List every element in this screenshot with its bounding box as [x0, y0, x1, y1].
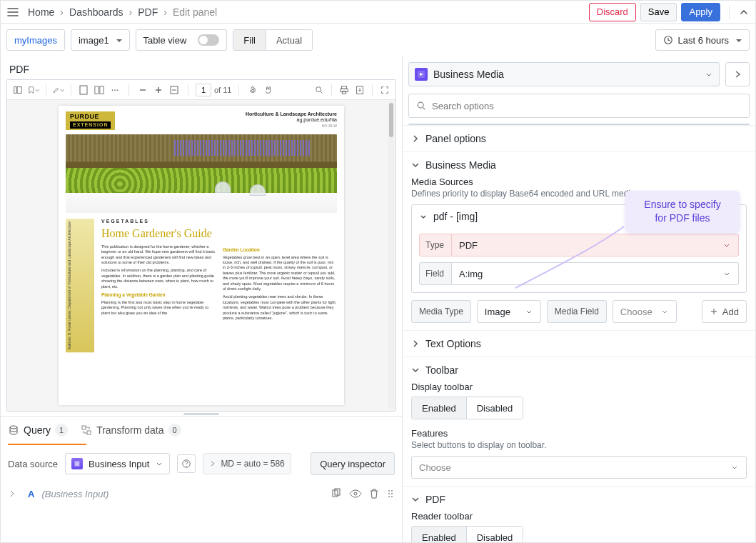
md-chip[interactable]: MD = auto = 586 [203, 453, 291, 474]
two-page-icon[interactable] [93, 84, 106, 96]
search-options-input[interactable] [408, 94, 750, 118]
section-text-options[interactable]: Text Options [411, 338, 747, 349]
svg-rect-5 [100, 86, 104, 94]
chevron-down-icon [733, 35, 742, 46]
section-panel-options[interactable]: Panel options [411, 133, 747, 144]
datasource-help-button[interactable] [177, 454, 196, 473]
tab-transform[interactable]: Transform data 0 [81, 424, 181, 442]
doc-paragraph: This publication is designed for the hom… [101, 244, 216, 266]
doc-paragraph: Included is information on the planning,… [101, 268, 216, 289]
field-label: Field [419, 262, 452, 285]
disabled-option[interactable]: Disabled [466, 527, 523, 543]
visualization-title: Business Media [433, 69, 504, 80]
scrollbar[interactable] [388, 101, 394, 409]
actual-option[interactable]: Actual [266, 30, 312, 50]
download-icon[interactable] [353, 84, 366, 96]
single-page-icon[interactable] [77, 84, 90, 96]
display-toolbar-toggle: Enabled Disabled [411, 397, 523, 419]
chevron-right-icon [411, 339, 420, 348]
enabled-option[interactable]: Enabled [412, 527, 466, 543]
doc-url: ag.purdue.edu/hla [246, 117, 337, 123]
table-view-toggle[interactable]: Table view [136, 29, 228, 51]
fullscreen-icon[interactable] [378, 84, 391, 96]
enabled-option[interactable]: Enabled [412, 397, 466, 419]
expand-panel-button[interactable] [725, 62, 750, 86]
media-field-select[interactable]: Choose [613, 300, 677, 323]
hand-icon[interactable] [262, 84, 275, 96]
clock-icon [663, 35, 673, 45]
divider [729, 5, 730, 19]
discard-button[interactable]: Discard [589, 3, 636, 21]
field-row: Field A:img [419, 262, 739, 285]
collapse-up-icon[interactable] [738, 6, 750, 18]
features-select[interactable]: Choose [411, 456, 747, 479]
disabled-option[interactable]: Disabled [466, 397, 523, 419]
field-select[interactable]: A:img [452, 262, 739, 285]
svg-point-29 [391, 496, 393, 497]
search-icon [416, 101, 426, 111]
more-icon[interactable] [109, 84, 121, 96]
visualization-picker[interactable]: Business Media [408, 62, 720, 86]
search-icon[interactable] [313, 84, 326, 96]
section-pdf[interactable]: PDF [411, 494, 747, 505]
rotate-icon[interactable] [246, 84, 259, 96]
svg-rect-16 [82, 426, 86, 429]
chevron-down-icon [525, 307, 533, 316]
svg-point-25 [391, 490, 393, 492]
toggle-off-icon [198, 34, 219, 46]
chevron-right-icon[interactable] [8, 489, 16, 498]
doc-paragraph: Planning is the first and most basic ste… [101, 300, 216, 316]
media-type-select[interactable]: Image [477, 300, 541, 323]
doc-dept: Horticulture & Landscape Architecture [246, 111, 337, 117]
chevron-down-icon [114, 35, 122, 46]
apply-button[interactable]: Apply [681, 3, 720, 21]
svg-point-23 [354, 492, 357, 495]
section-business-media[interactable]: Business Media [411, 159, 747, 171]
sidebar-toggle-icon[interactable] [11, 84, 24, 96]
query-inspector-button[interactable]: Query inspector [311, 452, 395, 475]
breadcrumb-dashboards[interactable]: Dashboards [69, 6, 124, 18]
fit-icon[interactable] [168, 84, 181, 96]
media-sources-label: Media Sources [411, 176, 747, 187]
print-icon[interactable] [338, 84, 351, 96]
svg-rect-2 [17, 86, 21, 93]
highlight-icon[interactable] [52, 84, 65, 96]
chevron-right-icon [411, 134, 420, 143]
annotation-callout: Ensure to specify for PDF files [625, 191, 740, 232]
tab-query[interactable]: Query 1 [8, 424, 68, 442]
page-number-input[interactable] [196, 84, 211, 96]
datasource-select[interactable]: Business Input [65, 453, 170, 474]
fill-option[interactable]: Fill [233, 30, 266, 50]
eye-icon[interactable] [349, 488, 362, 499]
media-field-label: Media Field [547, 300, 607, 323]
chevron-down-icon [722, 269, 731, 278]
drag-handle-icon[interactable] [386, 488, 395, 499]
trash-icon[interactable] [369, 488, 379, 499]
query-a-row: A (Business Input) [1, 482, 402, 505]
menu-icon[interactable] [6, 6, 19, 19]
myimages-link[interactable]: myImages [6, 29, 65, 51]
media-type-label: Media Type [411, 300, 471, 323]
type-select[interactable]: PDF [452, 234, 739, 256]
save-button[interactable]: Save [640, 3, 677, 21]
svg-point-27 [391, 493, 393, 494]
zoom-out-icon[interactable] [136, 84, 149, 96]
time-range-picker[interactable]: Last 6 hours [655, 29, 750, 51]
section-toolbar[interactable]: Toolbar [411, 364, 747, 376]
add-button[interactable]: Add [702, 300, 747, 323]
chevron-right-icon [209, 460, 216, 467]
breadcrumb-pdf[interactable]: PDF [138, 6, 158, 18]
chevron-down-icon [722, 241, 731, 249]
image1-select[interactable]: image1 [71, 29, 130, 51]
chevron-down-icon[interactable] [419, 212, 428, 221]
svg-point-8 [117, 89, 119, 91]
svg-point-15 [10, 426, 17, 429]
chevron-down-icon [411, 161, 420, 169]
bookmark-icon[interactable] [27, 84, 40, 96]
breadcrumb-home[interactable]: Home [28, 6, 54, 18]
query-name-placeholder[interactable]: (Business Input) [41, 489, 109, 499]
chevron-down-icon [411, 366, 420, 374]
copy-icon[interactable] [331, 488, 342, 499]
query-letter: A [28, 489, 34, 499]
zoom-in-icon[interactable] [152, 84, 165, 96]
